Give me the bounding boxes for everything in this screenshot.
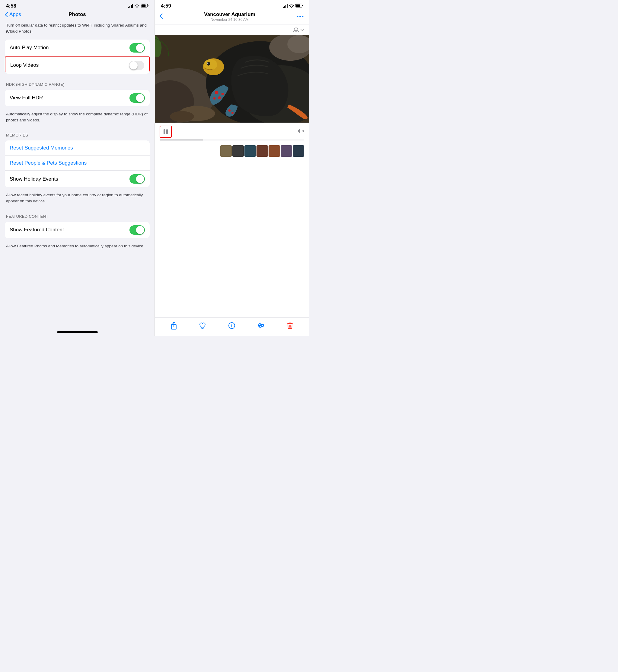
svg-point-33	[259, 324, 261, 325]
more-button[interactable]: •••	[297, 14, 304, 20]
autoplay-label: Auto-Play Motion	[10, 45, 48, 51]
filmstrip-thumb-2[interactable]	[232, 145, 244, 157]
avatar-button[interactable]	[292, 27, 304, 33]
pause-icon	[164, 129, 168, 134]
home-indicator	[57, 331, 98, 333]
svg-point-16	[213, 97, 216, 100]
hdr-section-header: HDR (HIGH DYNAMIC RANGE)	[0, 76, 154, 88]
view-full-hdr-row[interactable]: View Full HDR	[5, 90, 150, 106]
show-holiday-row[interactable]: Show Holiday Events	[5, 171, 150, 187]
show-holiday-label: Show Holiday Events	[10, 176, 58, 182]
right-time: 4:59	[161, 3, 171, 9]
filmstrip	[155, 143, 309, 158]
show-featured-row[interactable]: Show Featured Content	[5, 222, 150, 238]
featured-description: Allow Featured Photos and Memories to au…	[0, 241, 154, 253]
right-nav-subtitle: November 24 10:36 AM	[204, 17, 255, 22]
show-holiday-knob	[136, 175, 144, 183]
featured-section-header: FEATURED CONTENT	[0, 208, 154, 221]
right-wifi-icon	[289, 3, 294, 9]
filmstrip-thumb-3[interactable]	[244, 145, 256, 157]
svg-point-18	[228, 109, 231, 112]
autoplay-group: Auto-Play Motion Loop Videos	[5, 39, 150, 74]
back-label: Apps	[9, 11, 21, 17]
filmstrip-thumb-5[interactable]	[269, 145, 280, 157]
holiday-description: Allow recent holiday events for your hom…	[0, 190, 154, 208]
svg-point-15	[218, 96, 221, 99]
battery-icon	[141, 4, 148, 8]
memories-section-header: MEMORIES	[0, 127, 154, 139]
svg-point-17	[221, 93, 224, 95]
share-button[interactable]	[171, 321, 177, 330]
edit-button[interactable]	[258, 323, 265, 329]
signal-icon	[128, 4, 133, 8]
svg-point-23	[170, 111, 194, 122]
loop-videos-toggle[interactable]	[129, 61, 144, 70]
svg-point-29	[231, 324, 232, 324]
show-featured-label: Show Featured Content	[10, 227, 64, 233]
wifi-icon	[134, 4, 139, 8]
reset-suggested-label: Reset Suggested Memories	[10, 145, 73, 151]
left-time: 4:58	[6, 3, 16, 9]
like-button[interactable]	[199, 322, 206, 329]
svg-rect-3	[296, 5, 300, 7]
reset-people-label: Reset People & Pets Suggestions	[10, 160, 87, 166]
memories-group: Reset Suggested Memories Reset People & …	[5, 141, 150, 187]
right-nav-bar: Vancouver Aquarium November 24 10:36 AM …	[155, 10, 309, 24]
view-full-hdr-label: View Full HDR	[10, 95, 43, 101]
loop-videos-toggle-knob	[129, 61, 137, 70]
reset-suggested-row[interactable]: Reset Suggested Memories	[5, 141, 150, 156]
view-full-hdr-toggle[interactable]	[129, 93, 145, 103]
left-panel: 4:58 Apps Photos Turn off cellular data	[0, 0, 154, 336]
autoplay-toggle[interactable]	[129, 43, 145, 53]
photo-container	[155, 35, 309, 122]
playback-bar	[155, 122, 309, 139]
right-back-button[interactable]	[160, 13, 163, 20]
settings-content: Turn off cellular data to restrict updat…	[0, 20, 154, 329]
left-status-icons	[128, 4, 149, 8]
progress-track	[160, 140, 304, 141]
autoplay-row[interactable]: Auto-Play Motion	[5, 39, 150, 57]
right-status-icons	[283, 3, 303, 9]
show-featured-toggle[interactable]	[129, 225, 145, 235]
filmstrip-thumb-1[interactable]	[220, 145, 232, 157]
right-panel: 4:59 Vancouver Aquarium November 24 10:3…	[154, 0, 309, 336]
page-title: Photos	[69, 11, 86, 17]
svg-point-35	[260, 326, 261, 328]
hdr-group: View Full HDR	[5, 90, 150, 106]
filmstrip-thumb-4[interactable]	[256, 145, 268, 157]
hdr-description: Automatically adjust the display to show…	[0, 109, 154, 127]
autoplay-toggle-knob	[136, 44, 144, 52]
right-nav-center: Vancouver Aquarium November 24 10:36 AM	[204, 11, 255, 22]
progress-bar-container[interactable]	[155, 139, 309, 143]
left-nav-bar: Apps Photos	[0, 10, 154, 20]
featured-group: Show Featured Content	[5, 222, 150, 238]
svg-point-34	[261, 325, 263, 327]
delete-button[interactable]	[287, 322, 293, 330]
avatar-row	[155, 24, 309, 35]
filmstrip-thumb-7[interactable]	[293, 145, 304, 157]
bottom-toolbar	[155, 317, 309, 336]
loop-videos-label: Loop Videos	[10, 62, 39, 68]
svg-point-19	[231, 112, 233, 114]
svg-rect-1	[141, 5, 146, 7]
photo-image	[155, 35, 309, 122]
right-spacer	[155, 158, 309, 317]
show-holiday-toggle[interactable]	[129, 174, 145, 184]
right-battery-icon	[295, 3, 303, 9]
back-button[interactable]: Apps	[5, 11, 21, 17]
pause-button[interactable]	[160, 125, 172, 138]
right-nav-title: Vancouver Aquarium	[204, 11, 255, 17]
info-button[interactable]	[228, 322, 235, 329]
show-featured-knob	[136, 226, 144, 234]
svg-point-12	[207, 62, 210, 66]
right-signal-icon	[283, 4, 288, 8]
filmstrip-thumb-6[interactable]	[281, 145, 292, 157]
svg-point-14	[215, 91, 218, 94]
right-status-bar: 4:59	[155, 0, 309, 10]
view-full-hdr-knob	[136, 94, 144, 102]
loop-videos-row[interactable]: Loop Videos	[5, 57, 150, 74]
reset-people-row[interactable]: Reset People & Pets Suggestions	[5, 156, 150, 171]
mute-button[interactable]	[298, 128, 304, 136]
progress-fill	[160, 140, 203, 141]
left-status-bar: 4:58	[0, 0, 154, 10]
